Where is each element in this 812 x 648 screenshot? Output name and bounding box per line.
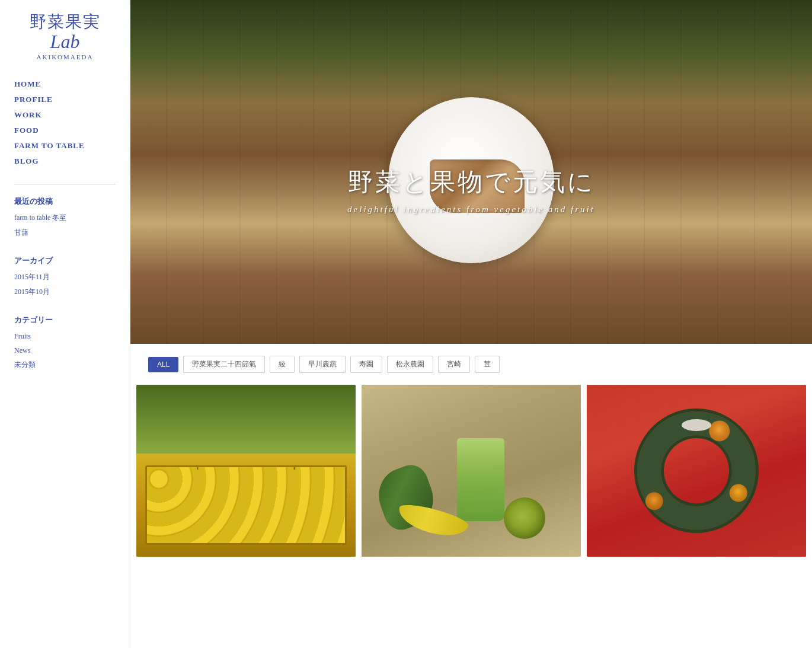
grid-item-smoothie[interactable] <box>362 385 581 557</box>
filter-24sekki[interactable]: 野菜果実二十四節氣 <box>183 356 265 373</box>
recent-posts-list: farm to table 冬至 甘藷 <box>14 212 116 241</box>
image-grid <box>130 385 812 648</box>
hero-subtitle: delightful ingredients from vegetable an… <box>347 205 595 215</box>
nav-link-food[interactable]: FOOD <box>14 126 39 135</box>
filter-miyazaki[interactable]: 宮崎 <box>438 356 470 373</box>
main-content: 野菜と果物で元気に delightful ingredients from ve… <box>130 0 812 648</box>
nav-link-home[interactable]: HOME <box>14 79 41 88</box>
archive-link-2[interactable]: 2015年10月 <box>14 288 50 296</box>
recent-posts-title: 最近の投稿 <box>14 196 116 207</box>
nav-item-blog[interactable]: BLOG <box>14 155 116 166</box>
category-link-uncategorized[interactable]: 未分類 <box>14 360 36 369</box>
category-fruits[interactable]: Fruits <box>14 330 116 341</box>
archive-link-1[interactable]: 2015年11月 <box>14 273 50 281</box>
recent-post-2[interactable]: 甘藷 <box>14 226 116 238</box>
nav-item-work[interactable]: WORK <box>14 109 116 120</box>
archive-item-2[interactable]: 2015年10月 <box>14 286 116 297</box>
hero-title: 野菜と果物で元気に <box>347 165 595 199</box>
nav-item-profile[interactable]: PROFILE <box>14 94 116 104</box>
grid-item-lemons[interactable] <box>136 385 356 557</box>
filter-matsunaga[interactable]: 松永農園 <box>387 356 433 373</box>
category-uncategorized[interactable]: 未分類 <box>14 359 116 370</box>
category-link-fruits[interactable]: Fruits <box>14 332 31 340</box>
nav-link-blog[interactable]: BLOG <box>14 157 39 165</box>
logo-area: 野菜果実 Lab AKIKOMAEDA <box>14 12 116 60</box>
logo-kanji: 野菜果実 <box>14 12 116 32</box>
filter-aya[interactable]: 綾 <box>270 356 295 373</box>
logo-name: AKIKOMAEDA <box>14 53 116 60</box>
filter-all[interactable]: ALL <box>148 357 178 372</box>
category-link-news[interactable]: News <box>14 346 30 355</box>
filter-hayakawa[interactable]: 早川農蔬 <box>299 356 346 373</box>
filter-mame[interactable]: 荳 <box>475 356 500 373</box>
filter-juen[interactable]: 寿園 <box>350 356 382 373</box>
nav-item-home[interactable]: HOME <box>14 78 116 89</box>
nav-link-work[interactable]: WORK <box>14 110 42 119</box>
archive-title: アーカイブ <box>14 256 116 266</box>
nav-link-profile[interactable]: PROFILE <box>14 95 53 104</box>
recent-post-link-2[interactable]: 甘藷 <box>14 228 28 237</box>
sidebar-divider <box>14 184 116 184</box>
nav-menu: HOME PROFILE WORK FOOD FARM TO TABLE BLO… <box>14 78 116 166</box>
main-nav: HOME PROFILE WORK FOOD FARM TO TABLE BLO… <box>14 78 116 178</box>
filter-section: ALL 野菜果実二十四節氣 綾 早川農蔬 寿園 松永農園 宮崎 荳 <box>130 344 812 385</box>
recent-post-link-1[interactable]: farm to table 冬至 <box>14 213 66 222</box>
nav-link-farm-to-table[interactable]: FARM TO TABLE <box>14 141 85 150</box>
category-list: Fruits News 未分類 <box>14 330 116 374</box>
crate-visual <box>136 385 356 557</box>
recent-post-1[interactable]: farm to table 冬至 <box>14 212 116 223</box>
hero-section: 野菜と果物で元気に delightful ingredients from ve… <box>130 0 812 344</box>
archive-item-1[interactable]: 2015年11月 <box>14 271 116 282</box>
nav-item-farm-to-table[interactable]: FARM TO TABLE <box>14 140 116 151</box>
logo-lab: Lab <box>14 32 116 51</box>
category-news[interactable]: News <box>14 344 116 355</box>
nav-item-food[interactable]: FOOD <box>14 125 116 135</box>
sidebar: 野菜果実 Lab AKIKOMAEDA HOME PROFILE WORK FO… <box>0 0 130 648</box>
category-title: カテゴリー <box>14 315 116 325</box>
archive-list: 2015年11月 2015年10月 <box>14 271 116 301</box>
hero-text: 野菜と果物で元気に delightful ingredients from ve… <box>347 165 595 215</box>
grid-item-wreath[interactable] <box>587 385 806 557</box>
